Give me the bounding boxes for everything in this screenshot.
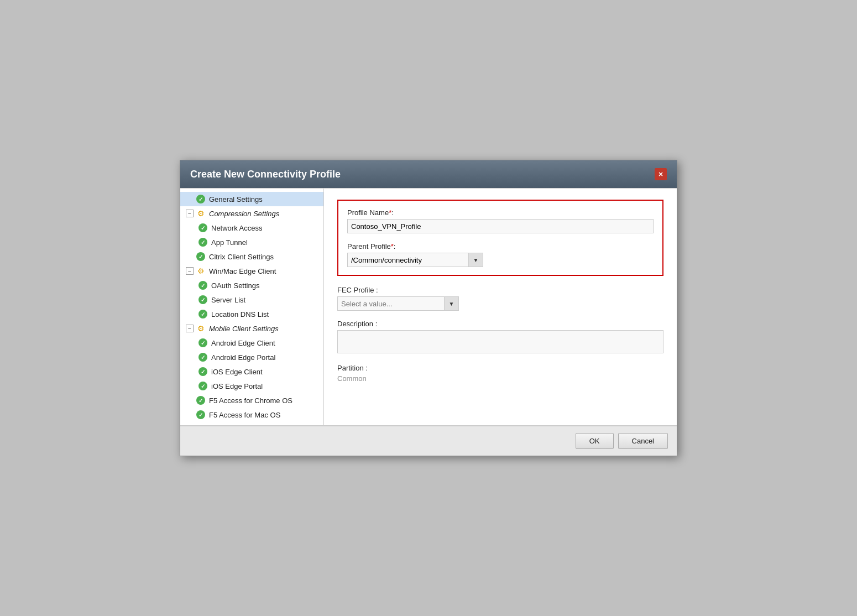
sidebar-item-citrix-client-settings[interactable]: Citrix Client Settings [180, 249, 323, 264]
icon-green-check-ios-edge-client [198, 367, 208, 377]
partition-value: Common [337, 374, 663, 383]
parent-profile-group: Parent Profile*: ▼ [347, 242, 654, 267]
parent-profile-row: ▼ [347, 253, 654, 267]
profile-name-group: Profile Name*: [347, 208, 654, 233]
sidebar-item-mobile-client-settings[interactable]: −⚙Mobile Client Settings [180, 321, 323, 336]
icon-green-check-ios-edge-portal [198, 381, 208, 391]
sidebar-label-android-edge-client: Android Edge Client [211, 339, 275, 347]
dialog-body: General Settings−⚙Compression SettingsNe… [180, 188, 677, 426]
icon-green-check-app-tunnel [198, 237, 208, 247]
dialog-title: Create New Connectivity Profile [190, 169, 341, 180]
partition-label: Partition : [337, 364, 663, 372]
icon-green-check-server-list [198, 295, 208, 305]
sidebar-label-win-mac-edge-client: Win/Mac Edge Client [209, 267, 276, 275]
sidebar-item-location-dns-list[interactable]: Location DNS List [180, 307, 323, 321]
dialog-footer: OK Cancel [180, 426, 677, 456]
sidebar-label-ios-edge-client: iOS Edge Client [211, 368, 263, 376]
sidebar-item-f5-access-mac[interactable]: F5 Access for Mac OS [180, 408, 323, 422]
icon-green-check-f5-access-chrome [196, 395, 206, 405]
icon-green-check-oauth-settings [198, 280, 208, 290]
fec-profile-input[interactable] [337, 296, 445, 311]
description-label: Description : [337, 320, 663, 328]
fec-profile-label: FEC Profile : [337, 286, 663, 294]
required-fields-box: Profile Name*: Parent Profile*: ▼ [337, 200, 663, 276]
required-marker2: * [391, 242, 394, 250]
icon-gear-compression-settings: ⚙ [196, 208, 206, 218]
icon-green-check-general-settings [196, 194, 206, 204]
sidebar-item-ios-edge-client[interactable]: iOS Edge Client [180, 364, 323, 379]
sidebar-label-network-access: Network Access [211, 224, 262, 232]
ok-button[interactable]: OK [576, 433, 614, 449]
sidebar-item-win-mac-edge-client[interactable]: −⚙Win/Mac Edge Client [180, 264, 323, 278]
partition-group: Partition : Common [337, 364, 663, 383]
sidebar-label-f5-access-mac: F5 Access for Mac OS [209, 411, 280, 419]
icon-green-check-citrix-client-settings [196, 252, 206, 262]
icon-gear-mobile-client-settings: ⚙ [196, 323, 206, 333]
cancel-button[interactable]: Cancel [618, 433, 668, 449]
parent-profile-label: Parent Profile*: [347, 242, 654, 250]
sidebar-label-app-tunnel: App Tunnel [211, 238, 248, 247]
sidebar-item-oauth-settings[interactable]: OAuth Settings [180, 278, 323, 293]
expand-icon-mobile-client-settings[interactable]: − [186, 325, 194, 332]
sidebar-item-ios-edge-portal[interactable]: iOS Edge Portal [180, 379, 323, 393]
sidebar: General Settings−⚙Compression SettingsNe… [180, 189, 324, 425]
description-group: Description : [337, 320, 663, 355]
dialog: Create New Connectivity Profile × Genera… [180, 160, 677, 456]
sidebar-item-compression-settings[interactable]: −⚙Compression Settings [180, 206, 323, 221]
dialog-header: Create New Connectivity Profile × [180, 160, 677, 188]
sidebar-label-f5-access-chrome: F5 Access for Chrome OS [209, 396, 292, 405]
sidebar-label-general-settings: General Settings [209, 195, 263, 203]
sidebar-item-f5-access-chrome[interactable]: F5 Access for Chrome OS [180, 393, 323, 408]
sidebar-label-citrix-client-settings: Citrix Client Settings [209, 253, 274, 261]
expand-icon-compression-settings[interactable]: − [186, 210, 194, 217]
sidebar-label-android-edge-portal: Android Edge Portal [211, 353, 275, 362]
sidebar-label-ios-edge-portal: iOS Edge Portal [211, 382, 263, 390]
sidebar-label-mobile-client-settings: Mobile Client Settings [209, 325, 279, 333]
sidebar-item-android-edge-portal[interactable]: Android Edge Portal [180, 350, 323, 364]
fec-profile-group: FEC Profile : ▼ [337, 286, 663, 311]
icon-green-check-network-access [198, 223, 208, 233]
expand-icon-win-mac-edge-client[interactable]: − [186, 267, 194, 275]
description-input[interactable] [337, 330, 663, 353]
parent-profile-input[interactable] [347, 253, 469, 267]
required-marker: * [389, 208, 391, 217]
icon-green-check-android-edge-portal [198, 352, 208, 362]
profile-name-label: Profile Name*: [347, 208, 654, 217]
sidebar-item-network-access[interactable]: Network Access [180, 221, 323, 235]
icon-green-check-android-edge-client [198, 338, 208, 348]
sidebar-label-compression-settings: Compression Settings [209, 210, 279, 218]
parent-profile-dropdown-btn[interactable]: ▼ [469, 253, 483, 267]
sidebar-label-oauth-settings: OAuth Settings [211, 281, 259, 290]
profile-name-input[interactable] [347, 219, 654, 233]
sidebar-item-app-tunnel[interactable]: App Tunnel [180, 235, 323, 249]
sidebar-item-android-edge-client[interactable]: Android Edge Client [180, 336, 323, 350]
icon-green-check-f5-access-mac [196, 410, 206, 420]
sidebar-label-location-dns-list: Location DNS List [211, 310, 269, 319]
close-button[interactable]: × [655, 168, 667, 180]
sidebar-item-server-list[interactable]: Server List [180, 293, 323, 307]
content-area: Profile Name*: Parent Profile*: ▼ [324, 189, 677, 425]
sidebar-item-general-settings[interactable]: General Settings [180, 192, 323, 206]
icon-green-check-location-dns-list [198, 309, 208, 319]
sidebar-label-server-list: Server List [211, 296, 245, 304]
fec-select-row: ▼ [337, 296, 459, 311]
fec-profile-dropdown-btn[interactable]: ▼ [445, 296, 459, 311]
icon-gear-win-mac-edge-client: ⚙ [196, 266, 206, 276]
